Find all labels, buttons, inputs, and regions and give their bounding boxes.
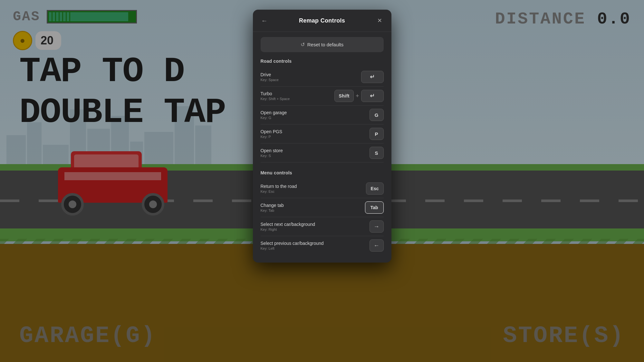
- store-key-buttons: S: [370, 147, 384, 159]
- reset-icon: ↺: [301, 42, 305, 48]
- control-row-return: Return to the road Key: Esc Esc: [261, 179, 384, 198]
- turbo-name: Turbo: [261, 91, 335, 96]
- next-key-buttons: →: [370, 220, 384, 233]
- back-icon: ←: [261, 17, 268, 24]
- pgs-info: Open PGS Key: P: [261, 129, 370, 139]
- prev-key: Key: Left: [261, 246, 370, 250]
- return-name: Return to the road: [261, 184, 366, 189]
- store-s-key[interactable]: S: [370, 147, 384, 159]
- drive-key: Key: Space: [261, 78, 361, 82]
- turbo-enter-icon: ↵: [370, 92, 375, 99]
- menu-controls-section-title: Menu controls: [261, 170, 384, 175]
- left-arrow-key[interactable]: ←: [370, 239, 384, 252]
- modal-back-button[interactable]: ←: [259, 15, 270, 26]
- next-name: Select next car/background: [261, 222, 370, 227]
- return-key: Key: Esc: [261, 190, 366, 193]
- control-row-next: Select next car/background Key: Right →: [261, 217, 384, 236]
- prev-name: Select previous car/background: [261, 241, 370, 246]
- control-row-pgs: Open PGS Key: P P: [261, 125, 384, 144]
- tab-info: Change tab Key: Tab: [261, 203, 365, 212]
- prev-info: Select previous car/background Key: Left: [261, 241, 370, 250]
- control-row-store: Open store Key: S S: [261, 144, 384, 162]
- control-row-drive: Drive Key: Space ↵: [261, 68, 384, 87]
- turbo-plus: +: [356, 93, 359, 99]
- garage-info: Open garage Key: G: [261, 110, 370, 120]
- store-key: Key: S: [261, 154, 370, 158]
- pgs-key-buttons: P: [370, 128, 384, 140]
- return-info: Return to the road Key: Esc: [261, 184, 366, 193]
- garage-name: Open garage: [261, 110, 370, 115]
- modal-close-button[interactable]: ✕: [375, 15, 385, 26]
- garage-key-buttons: G: [370, 109, 384, 121]
- turbo-key-buttons: Shift + ↵: [334, 90, 383, 102]
- turbo-key: Key: Shift + Space: [261, 97, 335, 101]
- next-key: Key: Right: [261, 227, 370, 231]
- turbo-shift-key[interactable]: Shift: [334, 90, 354, 102]
- prev-key-buttons: ←: [370, 239, 384, 252]
- pgs-key: Key: P: [261, 135, 370, 139]
- tab-key: Key: Tab: [261, 209, 365, 212]
- pgs-name: Open PGS: [261, 129, 370, 134]
- modal-title: Remap Controls: [270, 17, 375, 24]
- control-row-prev: Select previous car/background Key: Left…: [261, 236, 384, 255]
- reset-label: Reset to defaults: [307, 42, 344, 47]
- drive-name: Drive: [261, 72, 361, 77]
- modal-body: ↺ Reset to defaults Road controls Drive …: [253, 32, 391, 263]
- control-row-garage: Open garage Key: G G: [261, 106, 384, 125]
- right-arrow-key[interactable]: →: [370, 220, 384, 233]
- drive-info: Drive Key: Space: [261, 72, 361, 82]
- store-info: Open store Key: S: [261, 148, 370, 158]
- turbo-info: Turbo Key: Shift + Space: [261, 91, 335, 101]
- store-name: Open store: [261, 148, 370, 153]
- next-info: Select next car/background Key: Right: [261, 222, 370, 231]
- tab-name: Change tab: [261, 203, 365, 208]
- tab-key-buttons: Tab: [365, 201, 384, 214]
- reset-defaults-button[interactable]: ↺ Reset to defaults: [261, 37, 384, 52]
- road-controls-section-title: Road controls: [261, 59, 384, 64]
- esc-key[interactable]: Esc: [366, 182, 384, 195]
- modal-header: ← Remap Controls ✕: [253, 10, 391, 32]
- garage-key: Key: G: [261, 116, 370, 120]
- modal-overlay: ← Remap Controls ✕ ↺ Reset to defaults R…: [0, 0, 644, 362]
- game-background: GAS ● 20 DISTANCE 0.0 TAP TO D DOUBLE T: [0, 0, 644, 362]
- control-row-tab: Change tab Key: Tab Tab: [261, 198, 384, 217]
- control-row-turbo: Turbo Key: Shift + Space Shift + ↵: [261, 87, 384, 106]
- remap-controls-modal: ← Remap Controls ✕ ↺ Reset to defaults R…: [253, 10, 391, 263]
- drive-enter-key[interactable]: ↵: [361, 71, 384, 83]
- enter-icon: ↵: [370, 73, 375, 80]
- pgs-p-key[interactable]: P: [370, 128, 384, 140]
- tab-tab-key[interactable]: Tab: [365, 201, 384, 214]
- garage-g-key[interactable]: G: [370, 109, 384, 121]
- turbo-space-key[interactable]: ↵: [361, 90, 384, 102]
- close-icon: ✕: [377, 17, 382, 24]
- return-key-buttons: Esc: [366, 182, 384, 195]
- drive-key-buttons: ↵: [361, 71, 384, 83]
